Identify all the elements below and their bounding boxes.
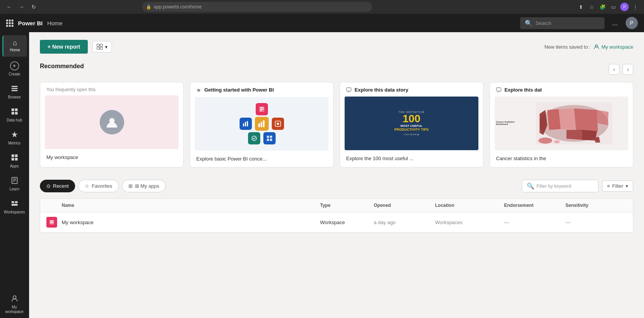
browser-chrome: ← → ↻ 🔒 app.powerbi.com/home ⬆ ☆ 🧩 ▭ P ⋮ [0, 0, 644, 14]
svg-rect-41 [270, 139, 272, 141]
row-icon-cell [46, 217, 62, 228]
svg-rect-2 [12, 90, 18, 91]
svg-point-46 [538, 138, 552, 144]
search-bar[interactable]: 🔍 [520, 17, 605, 29]
extensions-button[interactable]: 🧩 [599, 3, 606, 11]
svg-rect-8 [15, 154, 18, 157]
card-data-story[interactable]: Explore this data story THE DEFINITIVE 1… [340, 82, 483, 167]
browser-actions: ⬆ ☆ 🧩 ▭ P ⋮ [577, 3, 639, 11]
sidebar-item-label-datahub: Data hub [7, 118, 22, 123]
prev-arrow[interactable]: ‹ [609, 64, 619, 75]
tab-recent[interactable]: ⊙ Recent [40, 180, 75, 192]
sidebar-item-myworkspace[interactable]: My workspace [2, 293, 27, 315]
svg-point-47 [554, 140, 560, 143]
myworkspace-icon [11, 295, 18, 303]
search-icon: 🔍 [525, 20, 532, 27]
sidebar-item-workspaces[interactable]: Workspaces [2, 196, 27, 218]
card-thumbnail-datastory: THE DEFINITIVE 100 MOST USEFUL PRODUCTIV… [345, 97, 478, 150]
svg-rect-17 [12, 204, 18, 206]
workspace-link[interactable]: My workspace [594, 44, 633, 50]
sidebar: ⌂ Home + Create Browse Data hub Metrics [0, 32, 29, 318]
sidebar-item-home[interactable]: ⌂ Home [2, 35, 27, 57]
svg-rect-50 [50, 222, 53, 223]
browser-user-avatar[interactable]: P [620, 3, 629, 11]
filter-search-icon: 🔍 [527, 182, 534, 190]
sidebar-item-metrics[interactable]: Metrics [2, 127, 27, 149]
sidebar-item-datahub[interactable]: Data hub [2, 104, 27, 126]
apps-grid-icon[interactable] [6, 20, 13, 27]
layout-switcher-icon: ▾ [105, 44, 108, 50]
tab-recent-label: Recent [53, 183, 69, 189]
card-footer-cancer: Cancer statistics in the [490, 152, 633, 167]
svg-rect-3 [12, 108, 14, 111]
col-opened: Opened [374, 203, 435, 208]
reload-button[interactable]: ↻ [29, 2, 38, 11]
col-endorsement: Endorsement [504, 203, 565, 208]
new-report-button[interactable]: + New report [40, 40, 88, 54]
card-thumbnail-cancer: Cancer Analytics Dashboard [495, 97, 628, 150]
content-area: + New report ▾ New items saved to : My w… [29, 32, 644, 318]
tabs-row: ⊙ Recent ☆ Favorites ⊞ ⊞ My apps 🔍 ≡ Fil… [40, 180, 633, 192]
svg-rect-10 [15, 158, 18, 161]
apps-icon [11, 154, 18, 162]
row-location: Workspaces [435, 220, 504, 225]
browser-more-button[interactable]: ⋮ [632, 3, 639, 11]
action-bar: + New report ▾ New items saved to : My w… [40, 40, 633, 54]
lock-icon: 🔒 [146, 5, 151, 10]
col-icon [46, 203, 62, 208]
svg-rect-38 [267, 136, 269, 138]
favorites-icon: ☆ [85, 183, 89, 189]
row-sensitivity: — [565, 220, 627, 225]
svg-rect-1 [12, 88, 18, 89]
tab-myapps[interactable]: ⊞ ⊞ My apps [122, 180, 166, 192]
card-cancer-stats[interactable]: Explore this dat Cancer Analytics Dashbo… [490, 82, 633, 167]
share-browser-button[interactable]: ⬆ [577, 3, 585, 11]
filter-input-container[interactable]: 🔍 [522, 180, 598, 192]
topbar-more-button[interactable]: ... [609, 19, 621, 27]
myapps-icon: ⊞ [128, 183, 133, 189]
svg-rect-29 [243, 123, 244, 126]
pbi-metric-icon [248, 132, 260, 144]
card-title-datastory: Explore this data story [355, 87, 408, 93]
next-arrow[interactable]: › [623, 64, 633, 75]
sidebar-item-apps[interactable]: Apps [2, 150, 27, 172]
pip-button[interactable]: ▭ [610, 3, 617, 11]
row-opened: a day ago [374, 220, 435, 225]
table-container: Name Type Opened Location Endorsement Se… [40, 198, 633, 233]
search-input[interactable] [536, 20, 600, 26]
sidebar-item-label-workspaces: Workspaces [4, 210, 25, 215]
topbar-user-avatar[interactable]: P [626, 17, 638, 29]
chat-icon-cancer [496, 87, 501, 93]
card-title-powerbi: Getting started with Power BI [204, 87, 274, 93]
card-header-datastory: Explore this data story [340, 82, 483, 97]
action-bar-right: New items saved to : My workspace [544, 44, 633, 50]
row-name: My workspace [62, 220, 320, 225]
card-powerbi-basics[interactable]: ⚑ Getting started with Power BI [190, 82, 334, 167]
recommended-header: Recommended ‹ › [40, 63, 633, 76]
svg-rect-26 [260, 107, 264, 108]
row-type-icon [46, 217, 57, 228]
svg-rect-15 [12, 201, 14, 203]
svg-rect-20 [100, 44, 102, 46]
sidebar-item-learn[interactable]: Learn [2, 173, 27, 195]
svg-rect-32 [258, 123, 260, 127]
filter-input[interactable] [537, 184, 593, 189]
back-button[interactable]: ← [5, 2, 14, 11]
sidebar-item-label-apps: Apps [10, 164, 19, 169]
svg-rect-33 [261, 122, 262, 127]
layout-switcher[interactable]: ▾ [92, 41, 112, 52]
tab-favorites[interactable]: ☆ Favorites [78, 180, 118, 192]
svg-rect-16 [15, 201, 18, 203]
sidebar-item-browse[interactable]: Browse [2, 81, 27, 103]
sidebar-item-label-home: Home [10, 48, 20, 52]
card-header-myworkspace: You frequently open this [40, 82, 183, 95]
forward-button[interactable]: → [17, 2, 26, 11]
card-myworkspace[interactable]: You frequently open this My workspace [40, 82, 184, 167]
address-bar[interactable]: 🔒 app.powerbi.com/home [142, 2, 372, 12]
sidebar-item-create[interactable]: + Create [2, 58, 27, 80]
svg-point-18 [13, 296, 16, 299]
filter-dropdown-button[interactable]: ≡ Filter ▾ [602, 180, 633, 192]
table-row[interactable]: My workspace Workspace a day ago Workspa… [40, 212, 633, 233]
svg-point-36 [277, 123, 279, 125]
bookmark-button[interactable]: ☆ [588, 3, 596, 11]
